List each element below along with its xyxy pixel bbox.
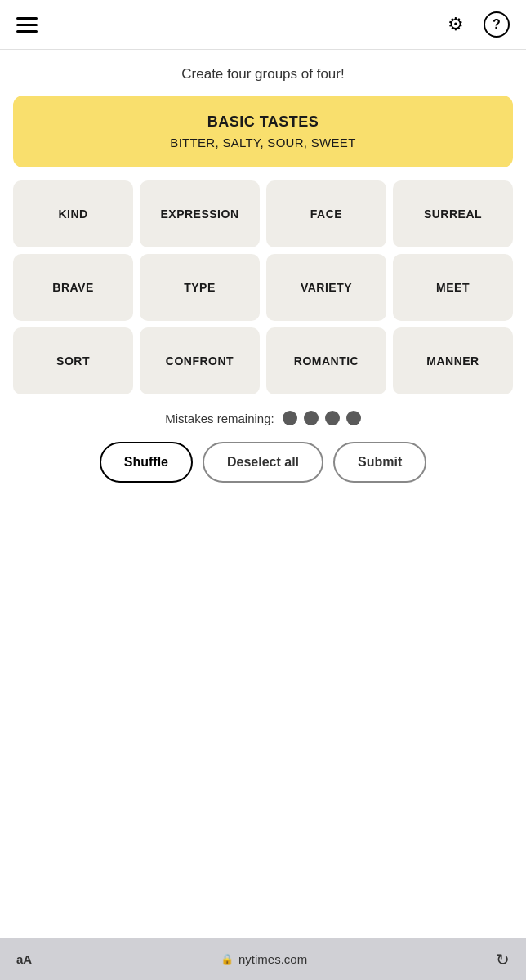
url-text: nytimes.com — [238, 952, 307, 966]
mistake-dots — [283, 411, 361, 425]
word-grid: KINDEXPRESSIONFACESURREALBRAVETYPEVARIET… — [13, 180, 513, 394]
word-tile-expression[interactable]: EXPRESSION — [140, 180, 260, 247]
word-tile-kind[interactable]: KIND — [13, 180, 133, 247]
word-tile-face[interactable]: FACE — [266, 180, 386, 247]
submit-button[interactable]: Submit — [333, 442, 426, 483]
help-icon[interactable]: ? — [484, 11, 510, 38]
word-tile-variety[interactable]: VARIETY — [266, 254, 386, 321]
top-bar-right: ⚙ ? — [443, 11, 510, 38]
top-bar: ⚙ ? — [0, 0, 526, 50]
word-tile-surreal[interactable]: SURREAL — [393, 180, 513, 247]
category-words: BITTER, SALTY, SOUR, SWEET — [29, 136, 497, 149]
mistake-dot-3 — [325, 411, 340, 425]
word-tile-meet[interactable]: MEET — [393, 254, 513, 321]
mistake-dot-2 — [304, 411, 319, 425]
solved-category-card: BASIC TASTES BITTER, SALTY, SOUR, SWEET — [13, 96, 513, 167]
browser-aa[interactable]: aA — [16, 952, 32, 966]
hamburger-menu[interactable] — [16, 17, 38, 33]
game-area: Create four groups of four! BASIC TASTES… — [0, 50, 526, 938]
mistakes-row: Mistakes remaining: — [165, 411, 360, 425]
word-tile-manner[interactable]: MANNER — [393, 327, 513, 394]
action-buttons: Shuffle Deselect all Submit — [100, 442, 427, 483]
mistake-dot-4 — [346, 411, 361, 425]
refresh-icon[interactable]: ↻ — [496, 950, 510, 969]
word-tile-type[interactable]: TYPE — [140, 254, 260, 321]
deselect-button[interactable]: Deselect all — [203, 442, 323, 483]
browser-url: 🔒 nytimes.com — [221, 952, 307, 966]
mistake-dot-1 — [283, 411, 297, 425]
word-tile-confront[interactable]: CONFRONT — [140, 327, 260, 394]
word-tile-brave[interactable]: BRAVE — [13, 254, 133, 321]
browser-bar: aA 🔒 nytimes.com ↻ — [0, 938, 526, 980]
category-name: BASIC TASTES — [29, 114, 497, 131]
word-tile-romantic[interactable]: ROMANTIC — [266, 327, 386, 394]
shuffle-button[interactable]: Shuffle — [100, 442, 193, 483]
gear-icon[interactable]: ⚙ — [443, 11, 469, 38]
lock-icon: 🔒 — [221, 953, 234, 965]
word-tile-sort[interactable]: SORT — [13, 327, 133, 394]
game-subtitle: Create four groups of four! — [181, 66, 344, 82]
mistakes-label: Mistakes remaining: — [165, 412, 274, 425]
